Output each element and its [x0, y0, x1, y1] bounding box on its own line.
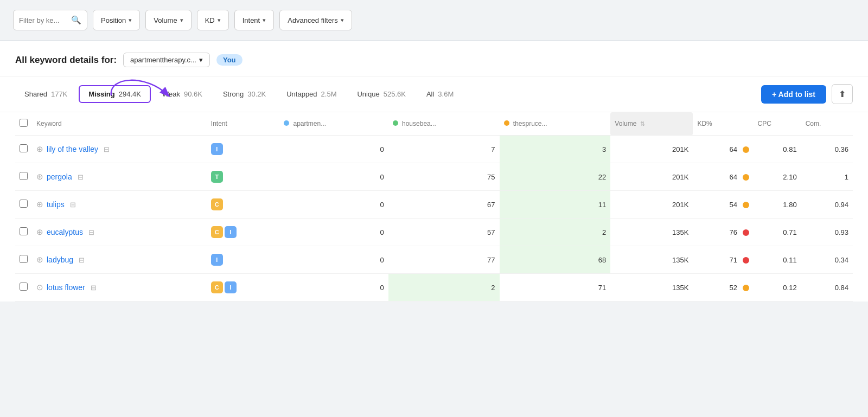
volume-chevron-icon: ▾: [180, 17, 183, 24]
row-checkbox[interactable]: [20, 227, 28, 235]
tab-strong[interactable]: Strong 30.2K: [214, 86, 275, 102]
header-thespruce: thespruce...: [500, 112, 611, 136]
table-body: ⊕ lily of the valley ⊟I073201K64 0.810.3…: [15, 136, 853, 301]
save-to-list-icon[interactable]: ⊟: [104, 145, 110, 153]
row-volume: 201K: [610, 191, 693, 219]
intent-badge: T: [211, 171, 223, 183]
table-wrap: Keyword Intent apartmen... housebea... t…: [0, 112, 868, 301]
tab-untapped[interactable]: Untapped 2.5M: [277, 86, 346, 102]
tab-count: 525.6K: [384, 90, 406, 98]
kd-filter-btn[interactable]: KD ▾: [197, 10, 229, 30]
header-checkbox-cell: [15, 112, 32, 136]
search-button[interactable]: 🔍: [71, 15, 81, 25]
top-bar: 🔍 Position ▾ Volume ▾ KD ▾ Intent ▾ Adva…: [0, 0, 868, 41]
tabs-row: Shared 177KMissing 294.4KWeak 90.6KStron…: [0, 76, 868, 112]
row-housebea: 77: [388, 246, 500, 274]
row-intent: CI: [207, 219, 279, 246]
tabs-list: Shared 177KMissing 294.4KWeak 90.6KStron…: [15, 85, 463, 103]
keyword-link[interactable]: ⊕ pergola ⊟: [36, 172, 202, 182]
add-to-list-button[interactable]: + Add to list: [761, 85, 826, 104]
row-kd: 52: [693, 274, 753, 301]
row-intent: I: [207, 136, 279, 163]
select-all-checkbox[interactable]: [20, 119, 28, 127]
keyword-link[interactable]: ⊕ lily of the valley ⊟: [36, 144, 202, 154]
export-button[interactable]: ⬆: [832, 84, 853, 104]
add-keyword-icon: ⊕: [36, 200, 43, 209]
row-checkbox[interactable]: [20, 172, 28, 180]
keyword-link[interactable]: ⊕ ladybug ⊟: [36, 255, 202, 265]
row-housebea: 7: [388, 136, 500, 163]
intent-badge: I: [225, 226, 237, 238]
tab-missing[interactable]: Missing 294.4K: [79, 85, 151, 103]
save-to-list-icon[interactable]: ⊟: [91, 284, 97, 292]
intent-badge: C: [211, 198, 223, 210]
row-checkbox[interactable]: [20, 144, 28, 152]
advanced-chevron-icon: ▾: [341, 17, 344, 24]
row-checkbox-cell: [15, 136, 32, 163]
tab-label: Shared: [24, 90, 47, 98]
row-com: 0.93: [801, 219, 853, 246]
row-apartmen: 0: [279, 191, 388, 219]
row-apartmen: 0: [279, 274, 388, 301]
row-volume: 135K: [610, 219, 693, 246]
row-com: 0.36: [801, 136, 853, 163]
row-checkbox[interactable]: [20, 283, 28, 291]
kd-difficulty-dot: [743, 202, 749, 208]
intent-badge: C: [211, 226, 223, 238]
tab-weak[interactable]: Weak 90.6K: [153, 86, 212, 102]
row-thespruce: 11: [500, 191, 611, 219]
kd-difficulty-dot: [743, 257, 749, 264]
intent-badge: I: [225, 281, 237, 293]
tab-unique[interactable]: Unique 525.6K: [348, 86, 414, 102]
row-checkbox-cell: [15, 274, 32, 301]
tab-count: 2.5M: [321, 90, 337, 98]
save-to-list-icon[interactable]: ⊟: [70, 201, 76, 209]
header-cpc: CPC: [754, 112, 801, 136]
housebea-dot: [393, 120, 398, 126]
filter-input-wrap[interactable]: 🔍: [13, 10, 87, 30]
export-icon: ⬆: [839, 89, 846, 99]
row-checkbox[interactable]: [20, 200, 28, 208]
tab-label: Untapped: [286, 90, 317, 98]
volume-label: Volume: [154, 16, 177, 24]
save-to-list-icon[interactable]: ⊟: [78, 173, 84, 181]
row-kd: 71: [693, 246, 753, 274]
header-apartmen: apartmen...: [279, 112, 388, 136]
tab-all[interactable]: All 3.6M: [417, 86, 463, 102]
kd-difficulty-dot: [743, 146, 749, 153]
filter-input[interactable]: [19, 16, 68, 24]
save-to-list-icon[interactable]: ⊟: [88, 228, 94, 236]
keyword-link[interactable]: ⊕ eucalyptus ⊟: [36, 227, 202, 237]
keyword-link[interactable]: ⊙ lotus flower ⊟: [36, 283, 202, 292]
table-row: ⊙ lotus flower ⊟CI0271135K52 0.120.84: [15, 274, 853, 301]
keyword-link[interactable]: ⊕ tulips ⊟: [36, 200, 202, 209]
row-checkbox-cell: [15, 246, 32, 274]
tab-actions: + Add to list ⬆: [761, 84, 853, 104]
row-checkbox-cell: [15, 191, 32, 219]
domain-chevron-icon: ▾: [199, 56, 203, 64]
intent-filter-btn[interactable]: Intent ▾: [234, 10, 275, 30]
row-com: 0.94: [801, 191, 853, 219]
domain-selector[interactable]: apartmenttherapy.c... ▾: [123, 53, 210, 67]
row-keyword: ⊙ lotus flower ⊟: [32, 274, 207, 301]
row-apartmen: 0: [279, 246, 388, 274]
tab-count: 90.6K: [184, 90, 202, 98]
tab-shared[interactable]: Shared 177K: [15, 86, 76, 102]
row-housebea: 2: [388, 274, 500, 301]
row-apartmen: 0: [279, 163, 388, 191]
save-to-list-icon[interactable]: ⊟: [79, 256, 85, 264]
row-checkbox[interactable]: [20, 255, 28, 263]
header-volume[interactable]: Volume ⇅: [610, 112, 693, 136]
header-kd: KD%: [693, 112, 753, 136]
row-housebea: 57: [388, 219, 500, 246]
position-chevron-icon: ▾: [129, 17, 132, 24]
row-com: 1: [801, 163, 853, 191]
row-intent: I: [207, 246, 279, 274]
volume-filter-btn[interactable]: Volume ▾: [145, 10, 191, 30]
row-cpc: 0.12: [754, 274, 801, 301]
add-list-label: + Add to list: [772, 90, 815, 99]
row-apartmen: 0: [279, 219, 388, 246]
you-badge: You: [216, 54, 242, 66]
advanced-filters-btn[interactable]: Advanced filters ▾: [279, 10, 352, 30]
position-filter-btn[interactable]: Position ▾: [93, 10, 140, 30]
